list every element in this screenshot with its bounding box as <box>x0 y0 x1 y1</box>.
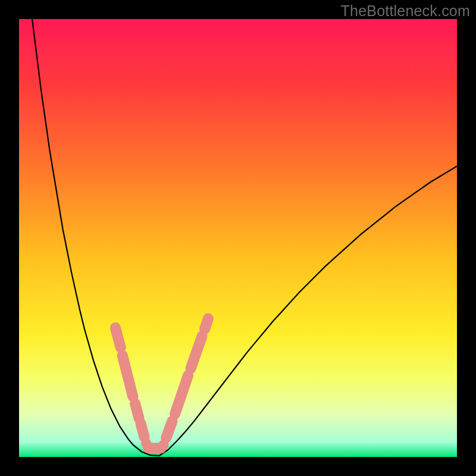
marker-segment <box>115 328 121 347</box>
watermark-text: TheBottleneck.com <box>341 2 470 20</box>
marker-segment <box>166 421 172 438</box>
marker-segment <box>135 403 139 418</box>
marker-segment <box>141 424 145 437</box>
plot-area <box>19 19 457 457</box>
marker-segment <box>205 318 208 329</box>
gradient-background <box>19 19 457 457</box>
chart-svg <box>19 19 457 457</box>
outer-frame: TheBottleneck.com <box>0 0 476 476</box>
